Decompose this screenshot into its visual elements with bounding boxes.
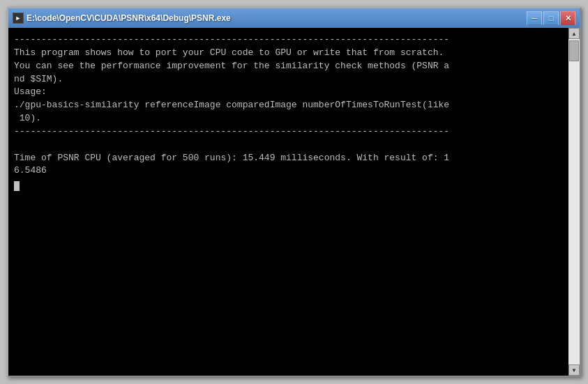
title-bar: ► E:\code\OpenCV\CUDA\PSNR\x64\Debug\PSN… — [8, 8, 580, 28]
terminal-area: ----------------------------------------… — [8, 28, 580, 376]
maximize-button[interactable]: □ — [543, 11, 559, 25]
scroll-up-arrow[interactable]: ▲ — [568, 28, 580, 39]
terminal-output: ----------------------------------------… — [8, 28, 568, 376]
title-bar-left: ► E:\code\OpenCV\CUDA\PSNR\x64\Debug\PSN… — [13, 13, 231, 24]
scroll-down-arrow[interactable]: ▼ — [568, 364, 580, 376]
close-button[interactable]: ✕ — [560, 11, 575, 25]
window-controls: ─ □ ✕ — [527, 11, 575, 25]
application-window: ► E:\code\OpenCV\CUDA\PSNR\x64\Debug\PSN… — [7, 7, 581, 377]
scroll-thumb[interactable] — [569, 40, 579, 61]
scroll-track[interactable] — [568, 39, 580, 364]
scrollbar[interactable]: ▲ ▼ — [568, 28, 580, 376]
minimize-button[interactable]: ─ — [527, 11, 542, 25]
app-icon: ► — [13, 13, 24, 24]
window-title: E:\code\OpenCV\CUDA\PSNR\x64\Debug\PSNR.… — [27, 13, 231, 23]
terminal-cursor — [14, 181, 20, 191]
